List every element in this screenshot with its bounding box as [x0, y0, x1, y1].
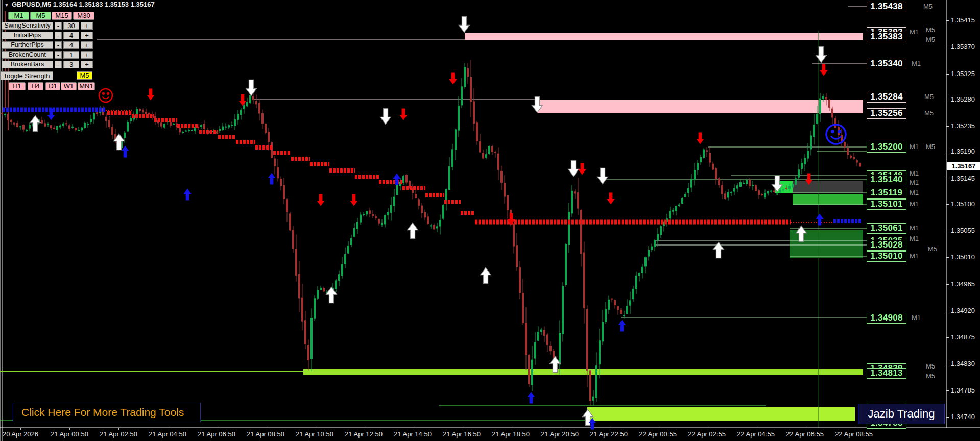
price-axis-tick: 1.35235	[951, 122, 975, 130]
price-level-label: 1.35101	[867, 199, 906, 210]
price-level-label: 1.35438	[867, 2, 906, 12]
price-level-label: 1.35256	[867, 108, 906, 119]
time-axis-tick-mark	[266, 428, 266, 430]
price-axis-tick: 1.35325	[951, 70, 975, 78]
trading-tools-link[interactable]: Click Here For More Trading Tools	[13, 403, 201, 422]
timeframe-tag: M1	[910, 179, 919, 186]
decrement-button[interactable]: -	[55, 51, 62, 59]
price-axis-tick-mark	[946, 20, 949, 21]
price-axis-tick-mark	[946, 311, 949, 311]
collapse-triangle-icon[interactable]: ▼	[4, 2, 9, 8]
price-axis-tick: 1.35145	[951, 175, 975, 182]
timeframe-tag: M1	[910, 189, 919, 197]
price-axis-tick-mark	[946, 126, 949, 127]
time-axis-label: 20 Apr 2026	[3, 430, 38, 438]
timeframe-button[interactable]: M30	[73, 12, 94, 20]
param-label: BrokenCount	[2, 51, 53, 59]
price-axis-tick-mark	[946, 257, 949, 258]
timeframe-button[interactable]: M15	[52, 12, 72, 20]
price-axis-tick: 1.34965	[951, 280, 975, 288]
decrement-button[interactable]: -	[55, 61, 62, 68]
time-axis-tick-mark	[118, 428, 119, 430]
timeframe-tag: M5	[926, 36, 935, 43]
price-axis-tick-mark	[946, 47, 949, 47]
increment-button[interactable]: +	[81, 41, 93, 49]
price-axis-tick: 1.35055	[951, 227, 975, 234]
timeframe-button[interactable]: M1	[8, 12, 29, 20]
time-axis-label: 22 Apr 06:55	[786, 430, 824, 438]
price-level-label: 1.35284	[867, 92, 906, 103]
time-axis-label: 22 Apr 04:55	[737, 430, 775, 438]
time-axis-label: 22 Apr 08:55	[835, 430, 873, 438]
time-axis-tick-mark	[364, 428, 364, 430]
higher-timeframe-button[interactable]: W1	[61, 82, 77, 90]
time-axis-label: 21 Apr 10:50	[296, 430, 333, 438]
time-axis-label: 21 Apr 00:50	[51, 430, 88, 438]
price-level-label: 1.35010	[867, 251, 906, 262]
higher-timeframe-button[interactable]: H1	[9, 82, 26, 90]
price-axis-tick-mark	[946, 74, 949, 75]
decrement-button[interactable]: -	[55, 22, 62, 30]
price-axis-tick-mark	[946, 152, 949, 152]
increment-button[interactable]: +	[81, 32, 93, 39]
param-label: BrokenBars	[2, 61, 53, 68]
price-axis-tick: 1.35415	[951, 16, 975, 24]
time-axis-tick-mark	[413, 428, 413, 430]
price-axis-tick-mark	[946, 204, 949, 205]
timeframe-button[interactable]: M5	[30, 12, 51, 20]
higher-timeframe-button[interactable]: MN1	[78, 82, 95, 90]
chart-title: ▼GBPUSD,M5 1.35164 1.35183 1.35153 1.351…	[4, 1, 155, 8]
price-level-label: 1.35340	[867, 59, 906, 69]
time-axis-tick-mark	[20, 428, 21, 430]
timeframe-tag: M1	[912, 60, 921, 67]
param-label: InitialPips	[2, 32, 53, 39]
price-axis-tick: 1.34830	[951, 360, 975, 368]
price-axis-tick: 1.34740	[951, 413, 975, 421]
time-axis-tick-mark	[315, 428, 315, 430]
strength-timeframe-badge: M5	[77, 71, 92, 80]
higher-timeframe-button[interactable]: H4	[28, 82, 43, 90]
symbol-ohlc-text: GBPUSD,M5 1.35164 1.35183 1.35153 1.3516…	[12, 1, 155, 8]
time-axis-tick-mark	[560, 428, 560, 430]
timeframe-tag: M1	[910, 235, 919, 242]
time-axis-label: 21 Apr 08:50	[247, 430, 284, 438]
price-axis-tick-mark	[946, 100, 949, 100]
price-axis-tick-mark	[946, 284, 949, 285]
timeframe-tag: M5	[923, 3, 933, 10]
decrement-button[interactable]: -	[55, 32, 62, 39]
param-value: 1	[63, 51, 79, 59]
increment-button[interactable]: +	[81, 22, 93, 30]
increment-button[interactable]: +	[81, 61, 93, 68]
price-axis-tick: 1.34920	[951, 307, 975, 314]
price-level-label: 1.35119	[867, 188, 906, 199]
time-axis-label: 21 Apr 20:50	[541, 430, 579, 438]
param-value: 4	[63, 41, 79, 49]
price-level-label: 1.35061	[867, 223, 906, 234]
price-axis-tick: 1.35370	[951, 43, 975, 51]
time-axis-label: 21 Apr 18:50	[492, 430, 530, 438]
time-axis-label: 21 Apr 04:50	[149, 430, 186, 438]
time-axis-tick-mark	[217, 428, 217, 430]
timeframe-tag: M5	[926, 362, 935, 370]
time-axis-tick-mark	[168, 428, 168, 430]
increment-button[interactable]: +	[81, 51, 93, 59]
time-axis-label: 21 Apr 22:50	[590, 430, 628, 438]
decrement-button[interactable]: -	[55, 41, 62, 49]
param-label: SwingSensitivity	[2, 22, 53, 30]
price-level-label: 1.35200	[867, 142, 906, 153]
watermark-label: Jazib Trading	[858, 404, 945, 424]
time-axis-tick-mark	[462, 428, 462, 430]
higher-timeframe-button[interactable]: D1	[45, 82, 60, 90]
price-axis-tick: 1.34875	[951, 333, 975, 341]
price-level-label: 1.35140	[867, 175, 906, 185]
timeframe-tag: M1	[910, 252, 919, 260]
time-axis-tick-mark	[511, 428, 511, 430]
price-axis-tick: 1.35100	[951, 200, 975, 208]
price-axis-tick: 1.34785	[951, 386, 975, 394]
time-axis-tick-mark	[756, 428, 756, 430]
price-level-label: 1.34908	[867, 313, 906, 324]
time-axis-tick-mark	[854, 428, 854, 430]
toggle-strength-button[interactable]: Toggle Strength	[0, 71, 53, 80]
timeframe-tag: M1	[910, 169, 919, 177]
timeframe-tag: M1	[910, 143, 919, 151]
